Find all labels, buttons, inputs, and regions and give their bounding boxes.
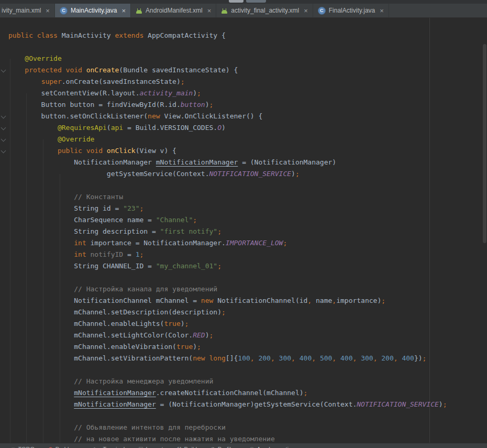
code-token: mChannel.setDescription(description): [8, 308, 222, 316]
tab-close-icon[interactable]: ×: [207, 7, 212, 14]
code-token: ): [222, 124, 226, 132]
code-line[interactable]: mNotificationManager = (NotificationMana…: [8, 399, 487, 410]
todo-icon: ≡: [11, 446, 15, 448]
editor-tab-activity-final-activity-xml[interactable]: activity_final_activity.xml×: [216, 4, 313, 17]
code-line[interactable]: getSystemService(Context.NOTIFICATION_SE…: [8, 168, 487, 180]
code-line[interactable]: String description = "first notify";: [8, 226, 487, 237]
tool-window-button-profiler[interactable]: ◔Profiler: [204, 446, 243, 448]
code-line[interactable]: [8, 41, 487, 53]
tool-window-button-todo[interactable]: ≡TODO: [4, 446, 41, 448]
code-token: ;: [423, 354, 427, 362]
code-token: @RequiresApi: [58, 124, 107, 132]
code-line[interactable]: // Константы: [8, 191, 487, 203]
code-line[interactable]: int notifyID = 1;: [8, 249, 487, 260]
editor-tab-mainactivity-java[interactable]: CMainActivity.java×: [55, 4, 131, 17]
code-line[interactable]: @Override: [8, 134, 487, 145]
code-token: ,: [394, 354, 402, 362]
code-token: importance = NotificationManager.: [91, 239, 226, 247]
code-token: String description =: [8, 227, 160, 235]
tool-window-button-terminal[interactable]: >_Terminal: [86, 446, 131, 448]
code-line[interactable]: mNotificationManager.createNotificationC…: [8, 387, 487, 399]
code-area[interactable]: public class MainActivity extends AppCom…: [0, 18, 487, 443]
code-line[interactable]: mChannel.setLightColor(Color.RED);: [8, 330, 487, 341]
scrollbar[interactable]: [483, 44, 486, 243]
code-line[interactable]: super.onCreate(savedInstanceState);: [8, 76, 487, 88]
toolbar-widget-fragment: [229, 0, 244, 3]
problems-icon: ●: [48, 446, 53, 448]
code-token: 300: [361, 354, 373, 362]
tab-close-icon[interactable]: ×: [121, 7, 126, 14]
code-line[interactable]: String id = "23";: [8, 203, 487, 214]
code-token: mNotificationManager: [74, 389, 156, 397]
code-line[interactable]: mChannel.enableLights(true);: [8, 318, 487, 330]
tool-window-button-app-inspection[interactable]: ◎App Inspection: [243, 446, 302, 448]
code-token: new: [201, 297, 213, 304]
code-token: activity_main: [139, 89, 193, 97]
tool-window-label: Logcat: [146, 446, 163, 448]
code-token: ;: [443, 400, 447, 408]
code-token: ;: [185, 320, 189, 327]
code-line[interactable]: // на новое активити после нажатия на ув…: [8, 433, 487, 443]
code-line[interactable]: setContentView(R.layout.activity_main);: [8, 88, 487, 99]
code-line[interactable]: NotificationManager mNotificationManager…: [8, 157, 487, 168]
editor-tab-bar: ivity_main.xml×CMainActivity.java×Androi…: [0, 4, 487, 18]
editor-tab-finalactivity-java[interactable]: CFinalActivity.java×: [313, 4, 389, 17]
code-token: mChannel.enableLights(: [8, 320, 164, 327]
code-line[interactable]: // Настройка канала для уведомлений: [8, 283, 487, 295]
tool-window-button-logcat[interactable]: ▤Logcat: [131, 446, 170, 448]
code-token: new: [193, 354, 205, 362]
code-line[interactable]: public void onClick(View v) {: [8, 145, 487, 157]
code-line[interactable]: [8, 364, 487, 376]
code-line[interactable]: button.setOnClickListener(new View.OnCli…: [8, 111, 487, 122]
code-line[interactable]: Button button = findViewById(R.id.button…: [8, 99, 487, 111]
code-line[interactable]: CharSequence name = "Channel";: [8, 214, 487, 226]
code-line[interactable]: [8, 272, 487, 283]
code-line[interactable]: public class MainActivity extends AppCom…: [8, 30, 487, 41]
code-token: Button button = findViewById(R.id.: [8, 101, 181, 108]
code-line[interactable]: protected void onCreate(Bundle savedInst…: [8, 64, 487, 76]
code-line[interactable]: mChannel.setDescription(description);: [8, 307, 487, 318]
editor-tab-androidmanifest-xml[interactable]: AndroidManifest.xml×: [131, 4, 216, 17]
toolbar-widget-fragment: [246, 0, 266, 3]
code-token: notifyID: [91, 250, 124, 258]
code-token: [8, 389, 74, 397]
code-token: true: [176, 343, 193, 351]
code-token: NotificationChannel(id: [213, 297, 307, 304]
code-token: mChannel.setVibrationPattern(: [8, 354, 193, 362]
code-token: (Bundle savedInstanceState) {: [119, 66, 238, 74]
code-token: "first notify": [160, 227, 218, 235]
tab-close-icon[interactable]: ×: [304, 7, 308, 14]
editor-tab-ivity-main-xml[interactable]: ivity_main.xml×: [0, 4, 55, 17]
tab-close-icon[interactable]: ×: [46, 7, 50, 14]
tool-window-label: Profiler: [218, 446, 236, 448]
code-token: ;: [283, 239, 287, 247]
code-token: 200: [381, 354, 393, 362]
code-token: }): [414, 354, 423, 362]
code-token: @Override: [8, 54, 62, 62]
code-token: int: [8, 250, 91, 258]
toolbar-remnant: [0, 0, 487, 4]
code-token: 300: [279, 354, 291, 362]
code-line[interactable]: mChannel.setVibrationPattern(new long[]{…: [8, 353, 487, 364]
code-line[interactable]: @RequiresApi(api = Build.VERSION_CODES.O…: [8, 122, 487, 134]
code-token: 400: [300, 354, 312, 362]
code-line[interactable]: @Override: [8, 53, 487, 64]
code-editor[interactable]: public class MainActivity extends AppCom…: [0, 18, 487, 443]
code-line[interactable]: // Обьявление интентов для переброски: [8, 422, 487, 433]
code-token: super: [41, 78, 62, 85]
code-line[interactable]: String CHANNEL_ID = "my_channel_01";: [8, 260, 487, 272]
code-token: ;: [181, 78, 185, 85]
code-line[interactable]: int importance = NotificationManager.IMP…: [8, 237, 487, 249]
code-line[interactable]: NotificationChannel mChannel = new Notif…: [8, 295, 487, 307]
code-line[interactable]: [8, 180, 487, 191]
java-class-icon: C: [318, 7, 326, 15]
tool-window-button-problems[interactable]: ●Problems: [41, 446, 86, 448]
code-token: [205, 354, 209, 362]
tool-window-button-build[interactable]: ⚒Build: [170, 446, 204, 448]
tab-close-icon[interactable]: ×: [380, 7, 384, 14]
code-token: String id =: [8, 204, 123, 212]
code-line[interactable]: [8, 410, 487, 422]
code-line[interactable]: // Настройка менеджера уведомлений: [8, 376, 487, 387]
code-line[interactable]: mChannel.enableVibration(true);: [8, 341, 487, 353]
code-token: ;: [222, 308, 226, 316]
